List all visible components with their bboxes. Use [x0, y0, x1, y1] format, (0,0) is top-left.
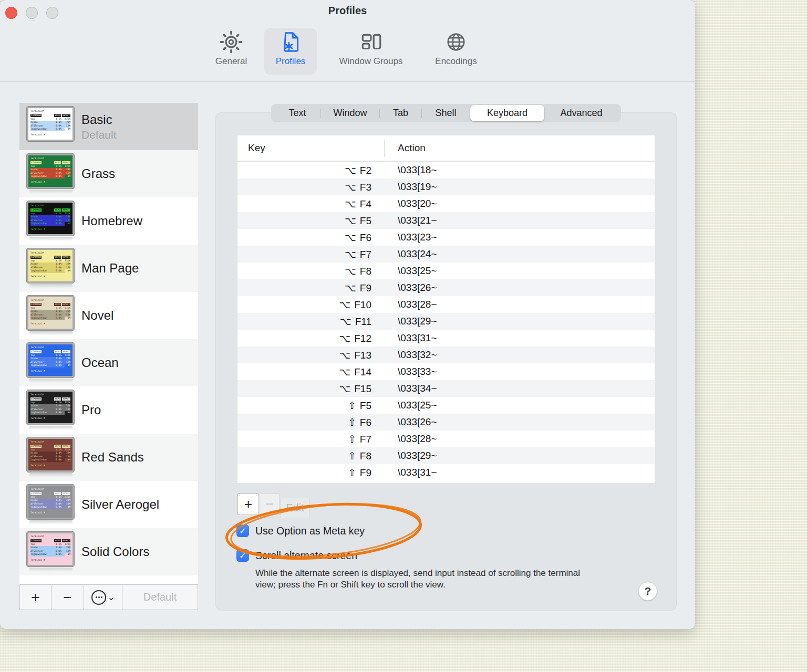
- profile-name: Silver Aerogel: [81, 497, 159, 512]
- profile-actions-menu-button[interactable]: ⌄: [84, 585, 122, 610]
- shift-key-icon: ⇧: [348, 467, 356, 478]
- action-cell: \033[28~: [384, 299, 437, 310]
- table-header: Key Action: [237, 135, 655, 162]
- action-cell: \033[25~: [384, 265, 437, 277]
- profile-thumbnail: Terminal# COMMAND%CPURPRVT top4.1%231KXc…: [27, 201, 75, 241]
- table-row[interactable]: ⌥F3\033[19~: [237, 178, 655, 195]
- key-cell: ⇧F6: [237, 416, 384, 428]
- set-default-button[interactable]: Default: [122, 585, 198, 610]
- table-row[interactable]: ⌥F6\033[23~: [237, 229, 655, 246]
- action-cell: \033[29~: [384, 450, 437, 461]
- profile-thumbnail: Terminal# COMMAND%CPURPRVT top4.1%231KXc…: [27, 437, 75, 477]
- option-key-icon: ⌥: [339, 299, 350, 310]
- profile-list: Terminal# COMMAND%CPURPRVT top4.1%231KXc…: [19, 103, 198, 584]
- profile-thumbnail: Terminal# COMMAND%CPURPRVT top4.1%231KXc…: [27, 343, 75, 383]
- sidebar-item-novel[interactable]: Terminal# COMMAND%CPURPRVT top4.1%231KXc…: [19, 292, 198, 339]
- sidebar-item-man-page[interactable]: Terminal# COMMAND%CPURPRVT top4.1%231KXc…: [19, 245, 198, 292]
- tab-shell[interactable]: Shell: [422, 105, 470, 121]
- action-cell: \033[34~: [384, 383, 437, 394]
- table-row[interactable]: ⇧F6\033[26~: [237, 414, 655, 430]
- table-row[interactable]: ⇧F7\033[28~: [237, 430, 655, 447]
- checkbox-row-use-option-as-meta-key[interactable]: ✓Use Option as Meta key: [236, 524, 365, 538]
- globe-icon: [444, 28, 468, 56]
- table-row[interactable]: ⌥F4\033[20~: [237, 195, 655, 212]
- table-row[interactable]: ⌥F9\033[26~: [237, 279, 655, 296]
- toolbar-item-label: General: [215, 56, 247, 67]
- table-row[interactable]: ⇧F5\033[25~: [237, 397, 655, 414]
- toolbar-item-window-groups[interactable]: Window Groups: [326, 28, 416, 75]
- sidebar-item-grass[interactable]: Terminal# COMMAND%CPURPRVT top4.1%231KXc…: [19, 150, 198, 197]
- action-cell: \033[31~: [384, 467, 437, 478]
- action-cell: \033[32~: [384, 349, 437, 361]
- edit-key-button[interactable]: Edit: [281, 498, 309, 518]
- profile-list-footer: + − ⌄ Default: [19, 584, 198, 610]
- table-body: ⌥F2\033[18~⌥F3\033[19~⌥F4\033[20~⌥F5\033…: [237, 162, 655, 481]
- column-header-action[interactable]: Action: [398, 142, 426, 154]
- help-button[interactable]: ?: [638, 582, 657, 601]
- shift-key-icon: ⇧: [348, 400, 356, 411]
- toolbar-item-encodings[interactable]: Encodings: [425, 28, 488, 75]
- alternate-screen-help-text: While the alternate screen is displayed,…: [255, 568, 597, 590]
- window-title: Profiles: [0, 5, 695, 17]
- sidebar-item-basic[interactable]: Terminal# COMMAND%CPURPRVT top4.1%231KXc…: [19, 103, 198, 150]
- key-cell: ⌥F3: [237, 181, 384, 193]
- action-cell: \033[26~: [384, 282, 437, 293]
- sidebar-item-red-sands[interactable]: Terminal# COMMAND%CPURPRVT top4.1%231KXc…: [19, 434, 198, 481]
- remove-key-button[interactable]: −: [259, 494, 280, 515]
- option-key-icon: ⌥: [345, 248, 356, 260]
- key-cell: ⇧F5: [237, 400, 384, 412]
- profile-name: Pro: [81, 403, 101, 417]
- key-cell: ⌥F2: [237, 164, 384, 176]
- tab-text[interactable]: Text: [274, 105, 320, 121]
- key-cell: ⌥F13: [237, 349, 384, 361]
- tab-tab[interactable]: Tab: [380, 105, 421, 121]
- sidebar-item-pro[interactable]: Terminal# COMMAND%CPURPRVT top4.1%231KXc…: [19, 386, 198, 434]
- profile-name: Grass: [81, 166, 115, 181]
- sidebar-item-solid-colors[interactable]: Terminal# COMMAND%CPURPRVT top4.1%231KXc…: [19, 528, 198, 575]
- table-row[interactable]: ⌥F8\033[25~: [237, 262, 655, 279]
- tab-window[interactable]: Window: [321, 105, 379, 121]
- key-cell: ⌥F10: [237, 299, 384, 311]
- profile-name: Homebrew: [81, 214, 142, 228]
- table-row[interactable]: ⇧F8\033[29~: [237, 447, 655, 464]
- sidebar-item-silver-aerogel[interactable]: Terminal# COMMAND%CPURPRVT top4.1%231KXc…: [19, 481, 198, 528]
- option-key-icon: ⌥: [345, 215, 356, 226]
- add-profile-button[interactable]: +: [20, 585, 51, 610]
- action-cell: \033[25~: [384, 400, 437, 411]
- table-row[interactable]: ⌥F14\033[33~: [237, 363, 655, 380]
- table-row[interactable]: ⇧F9\033[31~: [237, 464, 655, 481]
- checkbox-row-scroll-alternate-screen[interactable]: ✓Scroll alternate screen: [236, 549, 357, 562]
- table-row[interactable]: ⌥F2\033[18~: [237, 162, 655, 178]
- ellipsis-circle-icon: [91, 590, 106, 605]
- terminal-preferences-window: Profiles General Profiles Window Groups …: [0, 0, 695, 629]
- profile-thumbnail: Terminal# COMMAND%CPURPRVT top4.1%231KXc…: [27, 485, 75, 524]
- option-key-icon: ⌥: [345, 164, 356, 176]
- remove-profile-button[interactable]: −: [51, 585, 84, 610]
- profile-name: Ocean: [81, 355, 119, 370]
- option-key-icon: ⌥: [340, 316, 351, 327]
- table-row[interactable]: ⌥F11\033[29~: [237, 313, 655, 330]
- sidebar-item-ocean[interactable]: Terminal# COMMAND%CPURPRVT top4.1%231KXc…: [19, 339, 198, 386]
- key-cell: ⇧F8: [237, 450, 384, 462]
- key-cell: ⌥F12: [237, 332, 384, 344]
- profile-thumbnail: Terminal# COMMAND%CPURPRVT top4.1%231KXc…: [27, 154, 75, 194]
- checkbox-checked-icon[interactable]: ✓: [236, 549, 249, 562]
- table-row[interactable]: ⌥F5\033[21~: [237, 212, 655, 229]
- sidebar-item-homebrew[interactable]: Terminal# COMMAND%CPURPRVT top4.1%231KXc…: [19, 197, 198, 245]
- checkbox-checked-icon[interactable]: ✓: [236, 524, 249, 537]
- option-key-icon: ⌥: [339, 332, 350, 344]
- column-header-key[interactable]: Key: [237, 142, 265, 154]
- action-cell: \033[29~: [384, 316, 437, 327]
- toolbar-item-profiles[interactable]: Profiles: [264, 28, 317, 75]
- toolbar-item-general[interactable]: General: [208, 28, 255, 75]
- table-row[interactable]: ⌥F15\033[34~: [237, 380, 655, 397]
- tab-keyboard[interactable]: Keyboard: [470, 105, 544, 121]
- add-key-button[interactable]: +: [237, 494, 259, 515]
- tab-advanced[interactable]: Advanced: [545, 105, 618, 121]
- table-row[interactable]: ⌥F12\033[31~: [237, 330, 655, 346]
- option-key-icon: ⌥: [345, 181, 356, 193]
- option-key-icon: ⌥: [345, 232, 356, 243]
- table-row[interactable]: ⌥F13\033[32~: [237, 346, 655, 363]
- table-row[interactable]: ⌥F10\033[28~: [237, 296, 655, 313]
- table-row[interactable]: ⌥F7\033[24~: [237, 246, 655, 262]
